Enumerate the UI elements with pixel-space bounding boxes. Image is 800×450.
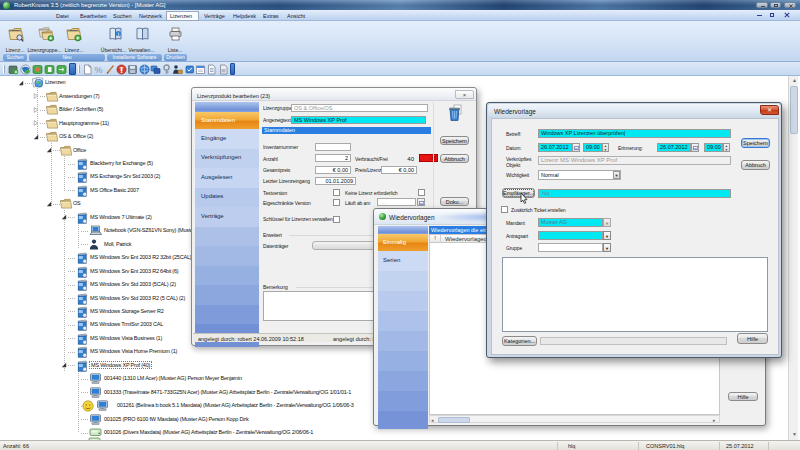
- svg-text:%: %: [95, 64, 103, 74]
- svg-text:i: i: [118, 31, 119, 37]
